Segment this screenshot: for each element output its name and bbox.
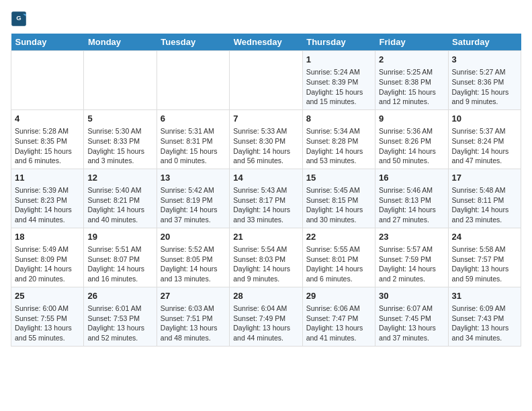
day-info: Sunrise: 6:00 AM Sunset: 7:55 PM Dayligh… [15, 304, 80, 343]
day-info: Sunrise: 5:46 AM Sunset: 8:13 PM Dayligh… [379, 185, 444, 225]
day-number: 27 [161, 290, 226, 302]
day-info: Sunrise: 5:55 AM Sunset: 8:01 PM Dayligh… [306, 244, 371, 284]
calendar-cell: 16Sunrise: 5:46 AM Sunset: 8:13 PM Dayli… [375, 169, 448, 228]
calendar-cell: 10Sunrise: 5:37 AM Sunset: 8:24 PM Dayli… [448, 109, 521, 169]
calendar-cell: 6Sunrise: 5:31 AM Sunset: 8:31 PM Daylig… [157, 109, 229, 169]
header-sunday: Sunday [11, 34, 84, 51]
day-number: 11 [15, 172, 80, 184]
day-number: 28 [233, 290, 298, 302]
calendar-cell: 26Sunrise: 6:01 AM Sunset: 7:53 PM Dayli… [84, 287, 157, 346]
calendar-cell: 31Sunrise: 6:09 AM Sunset: 7:43 PM Dayli… [448, 287, 521, 346]
day-info: Sunrise: 5:24 AM Sunset: 8:39 PM Dayligh… [306, 67, 371, 107]
day-info: Sunrise: 5:25 AM Sunset: 8:38 PM Dayligh… [379, 67, 444, 107]
day-number: 19 [87, 231, 152, 243]
calendar-week-row: 11Sunrise: 5:39 AM Sunset: 8:23 PM Dayli… [11, 169, 521, 228]
day-number: 13 [161, 172, 226, 184]
header-wednesday: Wednesday [230, 34, 302, 51]
calendar-cell: 23Sunrise: 5:57 AM Sunset: 7:59 PM Dayli… [375, 228, 448, 287]
calendar-cell: 1Sunrise: 5:24 AM Sunset: 8:39 PM Daylig… [302, 51, 375, 110]
calendar-cell: 14Sunrise: 5:43 AM Sunset: 8:17 PM Dayli… [230, 169, 302, 228]
calendar-cell: 29Sunrise: 6:06 AM Sunset: 7:47 PM Dayli… [302, 287, 375, 346]
day-info: Sunrise: 5:30 AM Sunset: 8:33 PM Dayligh… [87, 126, 152, 166]
day-info: Sunrise: 5:36 AM Sunset: 8:26 PM Dayligh… [379, 126, 444, 166]
day-info: Sunrise: 5:57 AM Sunset: 7:59 PM Dayligh… [379, 244, 444, 284]
day-info: Sunrise: 6:03 AM Sunset: 7:51 PM Dayligh… [161, 304, 226, 343]
day-info: Sunrise: 5:48 AM Sunset: 8:11 PM Dayligh… [452, 185, 517, 225]
day-number: 31 [452, 290, 517, 302]
calendar-cell: 20Sunrise: 5:52 AM Sunset: 8:05 PM Dayli… [157, 228, 229, 287]
day-number: 1 [306, 54, 371, 66]
day-info: Sunrise: 5:42 AM Sunset: 8:19 PM Dayligh… [161, 185, 226, 225]
calendar-cell [157, 51, 229, 110]
day-number: 18 [15, 231, 80, 243]
day-info: Sunrise: 5:33 AM Sunset: 8:30 PM Dayligh… [233, 126, 298, 166]
calendar-cell: 5Sunrise: 5:30 AM Sunset: 8:33 PM Daylig… [84, 109, 157, 169]
day-info: Sunrise: 5:43 AM Sunset: 8:17 PM Dayligh… [233, 185, 298, 225]
day-info: Sunrise: 5:40 AM Sunset: 8:21 PM Dayligh… [87, 185, 152, 225]
day-info: Sunrise: 5:28 AM Sunset: 8:35 PM Dayligh… [15, 126, 80, 166]
calendar-cell [11, 51, 84, 110]
day-number: 8 [306, 113, 371, 125]
calendar-table: SundayMondayTuesdayWednesdayThursdayFrid… [11, 34, 521, 347]
calendar-cell: 27Sunrise: 6:03 AM Sunset: 7:51 PM Dayli… [157, 287, 229, 346]
header-tuesday: Tuesday [157, 34, 229, 51]
day-number: 24 [452, 231, 517, 243]
calendar-cell [84, 51, 157, 110]
calendar-cell: 30Sunrise: 6:07 AM Sunset: 7:45 PM Dayli… [375, 287, 448, 346]
calendar-cell: 12Sunrise: 5:40 AM Sunset: 8:21 PM Dayli… [84, 169, 157, 228]
calendar-cell: 8Sunrise: 5:34 AM Sunset: 8:28 PM Daylig… [302, 109, 375, 169]
calendar-cell: 15Sunrise: 5:45 AM Sunset: 8:15 PM Dayli… [302, 169, 375, 228]
day-number: 10 [452, 113, 517, 125]
day-number: 29 [306, 290, 371, 302]
day-number: 4 [15, 113, 80, 125]
calendar-cell: 17Sunrise: 5:48 AM Sunset: 8:11 PM Dayli… [448, 169, 521, 228]
day-info: Sunrise: 6:07 AM Sunset: 7:45 PM Dayligh… [379, 304, 444, 343]
header-friday: Friday [375, 34, 448, 51]
calendar-cell: 22Sunrise: 5:55 AM Sunset: 8:01 PM Dayli… [302, 228, 375, 287]
day-info: Sunrise: 6:01 AM Sunset: 7:53 PM Dayligh… [87, 304, 152, 343]
day-info: Sunrise: 5:51 AM Sunset: 8:07 PM Dayligh… [87, 244, 152, 284]
day-info: Sunrise: 6:04 AM Sunset: 7:49 PM Dayligh… [233, 304, 298, 343]
day-info: Sunrise: 5:34 AM Sunset: 8:28 PM Dayligh… [306, 126, 371, 166]
day-number: 20 [161, 231, 226, 243]
day-number: 25 [15, 290, 80, 302]
logo: G [11, 11, 28, 27]
day-number: 7 [233, 113, 298, 125]
day-number: 9 [379, 113, 444, 125]
day-number: 5 [87, 113, 152, 125]
calendar-cell: 2Sunrise: 5:25 AM Sunset: 8:38 PM Daylig… [375, 51, 448, 110]
calendar-week-row: 1Sunrise: 5:24 AM Sunset: 8:39 PM Daylig… [11, 51, 521, 110]
svg-text:G: G [16, 14, 21, 21]
day-number: 26 [87, 290, 152, 302]
calendar-cell: 24Sunrise: 5:58 AM Sunset: 7:57 PM Dayli… [448, 228, 521, 287]
calendar-cell: 13Sunrise: 5:42 AM Sunset: 8:19 PM Dayli… [157, 169, 229, 228]
calendar-cell: 7Sunrise: 5:33 AM Sunset: 8:30 PM Daylig… [230, 109, 302, 169]
header-thursday: Thursday [302, 34, 375, 51]
day-number: 17 [452, 172, 517, 184]
calendar-cell: 4Sunrise: 5:28 AM Sunset: 8:35 PM Daylig… [11, 109, 84, 169]
day-info: Sunrise: 5:52 AM Sunset: 8:05 PM Dayligh… [161, 244, 226, 284]
calendar-cell: 18Sunrise: 5:49 AM Sunset: 8:09 PM Dayli… [11, 228, 84, 287]
day-info: Sunrise: 5:45 AM Sunset: 8:15 PM Dayligh… [306, 185, 371, 225]
day-number: 16 [379, 172, 444, 184]
calendar-cell: 28Sunrise: 6:04 AM Sunset: 7:49 PM Dayli… [230, 287, 302, 346]
calendar-week-row: 25Sunrise: 6:00 AM Sunset: 7:55 PM Dayli… [11, 287, 521, 346]
day-number: 6 [161, 113, 226, 125]
day-info: Sunrise: 5:49 AM Sunset: 8:09 PM Dayligh… [15, 244, 80, 284]
day-number: 12 [87, 172, 152, 184]
day-info: Sunrise: 5:37 AM Sunset: 8:24 PM Dayligh… [452, 126, 517, 166]
calendar-cell: 9Sunrise: 5:36 AM Sunset: 8:26 PM Daylig… [375, 109, 448, 169]
day-info: Sunrise: 5:39 AM Sunset: 8:23 PM Dayligh… [15, 185, 80, 225]
day-info: Sunrise: 5:31 AM Sunset: 8:31 PM Dayligh… [161, 126, 226, 166]
day-number: 30 [379, 290, 444, 302]
calendar-week-row: 18Sunrise: 5:49 AM Sunset: 8:09 PM Dayli… [11, 228, 521, 287]
calendar-week-row: 4Sunrise: 5:28 AM Sunset: 8:35 PM Daylig… [11, 109, 521, 169]
day-info: Sunrise: 5:58 AM Sunset: 7:57 PM Dayligh… [452, 244, 517, 284]
calendar-cell: 25Sunrise: 6:00 AM Sunset: 7:55 PM Dayli… [11, 287, 84, 346]
calendar-cell [230, 51, 302, 110]
day-number: 3 [452, 54, 517, 66]
logo-icon: G [11, 11, 27, 27]
day-info: Sunrise: 5:54 AM Sunset: 8:03 PM Dayligh… [233, 244, 298, 284]
calendar-cell: 3Sunrise: 5:27 AM Sunset: 8:36 PM Daylig… [448, 51, 521, 110]
day-number: 22 [306, 231, 371, 243]
